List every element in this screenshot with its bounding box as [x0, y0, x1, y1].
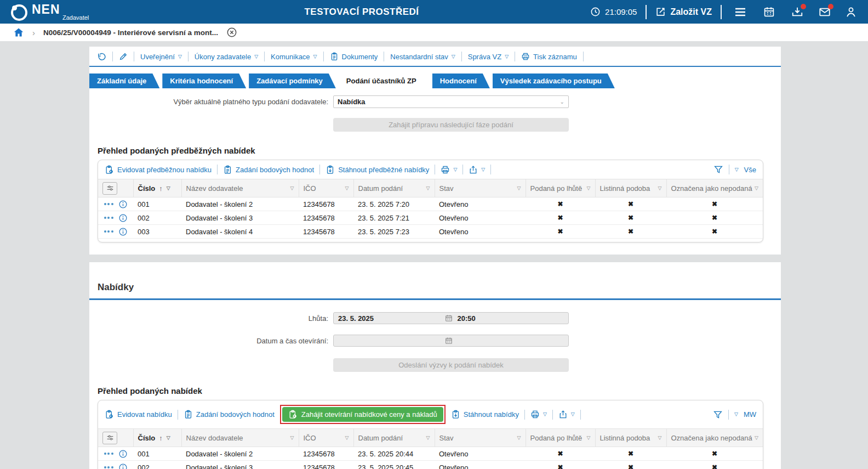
info-icon[interactable] [118, 463, 128, 469]
caret-icon[interactable]: ▽ [426, 435, 430, 440]
col-nazev[interactable]: Název dodavatele▽ [181, 429, 299, 447]
podani-type-select[interactable]: Nabídka ⌄ [333, 95, 569, 108]
clipboard-icon [184, 410, 193, 419]
caret-icon[interactable]: ▽ [167, 185, 170, 191]
row-menu-icon[interactable] [104, 203, 113, 205]
col-listinna[interactable]: Listinná podoba▽ [595, 179, 666, 197]
col-datum[interactable]: Datum podání▽ [353, 179, 435, 197]
col-po-lhute[interactable]: Podaná po lhůtě▽ [526, 429, 595, 447]
info-icon[interactable] [118, 449, 128, 459]
caret-icon[interactable]: ▽ [755, 435, 758, 440]
col-stav[interactable]: Stav▽ [435, 429, 526, 447]
evidovat-predbeznou-button[interactable]: Evidovat předběžnou nabídku [105, 165, 212, 174]
col-listinna[interactable]: Listinná podoba▽ [595, 429, 666, 447]
caret-icon[interactable]: ▽ [167, 435, 170, 440]
print-table-button[interactable]: ▽ [530, 410, 547, 419]
user-icon[interactable] [845, 6, 857, 18]
menu-sprava-vz[interactable]: Správa VZ▽ [468, 53, 509, 61]
caret-icon[interactable]: ▽ [658, 185, 662, 191]
vyzva-button[interactable]: Odeslání výzvy k podání nabídek [333, 358, 569, 372]
table-row[interactable]: 001Dodavatel - školení 21234567823. 5. 2… [98, 447, 763, 461]
stahnout-nabidky-button[interactable]: Stáhnout nabídky [451, 410, 519, 419]
table-row[interactable]: 001Dodavatel - školení 21234567823. 5. 2… [98, 197, 763, 211]
caret-icon[interactable]: ▽ [517, 185, 521, 191]
table-row[interactable]: 002Dodavatel - školení 31234567823. 5. 2… [98, 461, 763, 469]
tab-zakladni-udaje[interactable]: Základní údaje [89, 74, 159, 88]
menu-dokumenty[interactable]: Dokumenty [330, 52, 378, 61]
lhuta-field[interactable]: 23. 5. 2025 20:50 [333, 312, 569, 324]
col-nepodana[interactable]: Označena jako nepodaná▽ [666, 429, 763, 447]
col-cislo[interactable]: Číslo↑▽ [133, 179, 181, 197]
tab-zadavaci-podminky[interactable]: Zadávací podmínky [249, 74, 336, 88]
filter-funnel-icon[interactable] [713, 165, 723, 174]
filter-funnel-icon[interactable] [713, 410, 723, 420]
zadani-bodovych-button[interactable]: Zadání bodových hodnot [184, 410, 275, 419]
caret-icon[interactable]: ▽ [426, 185, 430, 191]
filter-scope-label[interactable]: Vše [744, 166, 756, 174]
history-icon[interactable] [97, 52, 106, 61]
column-settings-icon[interactable] [102, 432, 117, 444]
tab-vysledek[interactable]: Výsledek zadávacího postupu [493, 74, 615, 88]
caret-icon[interactable]: ▽ [658, 435, 662, 440]
filter-scope-label[interactable]: MW [744, 410, 756, 419]
menu-komunikace[interactable]: Komunikace▽ [271, 53, 317, 61]
menu-nestandardni-stav[interactable]: Nestandardní stav▽ [390, 53, 455, 61]
column-settings-icon[interactable] [102, 182, 117, 195]
row-menu-icon[interactable] [104, 217, 113, 219]
nen-logo[interactable]: NEN Zadavatel [11, 3, 89, 21]
table-row[interactable]: 003Dodavatel - školení 41234567823. 5. 2… [98, 225, 763, 239]
row-menu-icon[interactable] [104, 453, 113, 455]
export-table-button[interactable]: ▽ [469, 165, 485, 174]
caret-icon[interactable]: ▽ [345, 185, 349, 191]
caret-icon[interactable]: ▽ [517, 435, 521, 440]
nabidky-table-card: Evidovat nabídku Zadání bodových hodnot … [98, 400, 763, 469]
row-menu-icon[interactable] [104, 230, 113, 233]
pencil-icon[interactable] [119, 52, 128, 61]
messages-button[interactable] [819, 6, 831, 18]
zahajit-otevirani-button[interactable]: Zahájit otevírání nabídkové ceny a nákla… [282, 407, 443, 422]
menu-uverejneni[interactable]: Uveřejnění▽ [140, 53, 182, 61]
menu-ukony-zadavatele[interactable]: Úkony zadavatele▽ [195, 53, 258, 61]
table-row[interactable]: 002Dodavatel - školení 31234567823. 5. 2… [98, 211, 763, 225]
create-vz-button[interactable]: Založit VZ [655, 7, 712, 17]
col-ico[interactable]: IČO▽ [299, 429, 353, 447]
calendar-small-icon[interactable] [445, 314, 453, 322]
caret-icon[interactable]: ▽ [587, 185, 591, 191]
col-stav[interactable]: Stav▽ [435, 179, 526, 197]
caret-icon[interactable]: ▽ [735, 167, 739, 172]
caret-icon[interactable]: ▽ [755, 185, 758, 191]
col-nepodana[interactable]: Označena jako nepodaná▽ [666, 179, 763, 197]
menu-tisk-zaznamu[interactable]: Tisk záznamu [521, 52, 577, 61]
calendar-small-icon[interactable] [445, 337, 453, 344]
col-ico[interactable]: IČO▽ [299, 179, 353, 197]
col-po-lhute[interactable]: Podaná po lhůtě▽ [526, 179, 595, 197]
caret-icon[interactable]: ▽ [587, 435, 591, 440]
downloads-button[interactable] [791, 6, 803, 18]
caret-icon[interactable]: ▽ [345, 435, 349, 440]
tab-podani-ucastniku[interactable]: Podání účastníků ZP [339, 74, 430, 88]
info-icon[interactable] [118, 227, 128, 236]
col-nazev[interactable]: Název dodavatele▽ [181, 179, 299, 197]
stahnout-predbezne-button[interactable]: Stáhnout předběžné nabídky [326, 165, 429, 174]
tab-hodnoceni[interactable]: Hodnocení [432, 74, 490, 88]
menu-icon[interactable] [734, 5, 747, 19]
export-table-button[interactable]: ▽ [558, 410, 575, 419]
next-phase-button[interactable]: Zahájit přípravu následující fáze podání [333, 118, 569, 132]
breadcrumb-record[interactable]: N006/25/V00004949 - Interiérové servisní… [43, 29, 218, 37]
close-record-icon[interactable] [226, 27, 237, 38]
print-table-button[interactable]: ▽ [441, 165, 457, 174]
row-menu-icon[interactable] [104, 466, 113, 468]
col-cislo[interactable]: Číslo↑▽ [133, 429, 181, 447]
caret-icon[interactable]: ▽ [290, 185, 294, 191]
caret-icon[interactable]: ▽ [290, 435, 294, 440]
oteviran-field[interactable] [333, 335, 569, 347]
info-icon[interactable] [118, 213, 128, 223]
col-datum[interactable]: Datum podání▽ [353, 429, 435, 447]
info-icon[interactable] [118, 200, 128, 209]
home-icon[interactable] [13, 27, 24, 38]
evidovat-nabidku-button[interactable]: Evidovat nabídku [105, 410, 172, 419]
tab-kriteria-hodnoceni[interactable]: Kritéria hodnocení [162, 74, 246, 88]
zadani-bodovych-button[interactable]: Zadání bodových hodnot [223, 165, 314, 174]
caret-icon[interactable]: ▽ [734, 412, 738, 417]
calendar-icon[interactable] [763, 6, 775, 18]
